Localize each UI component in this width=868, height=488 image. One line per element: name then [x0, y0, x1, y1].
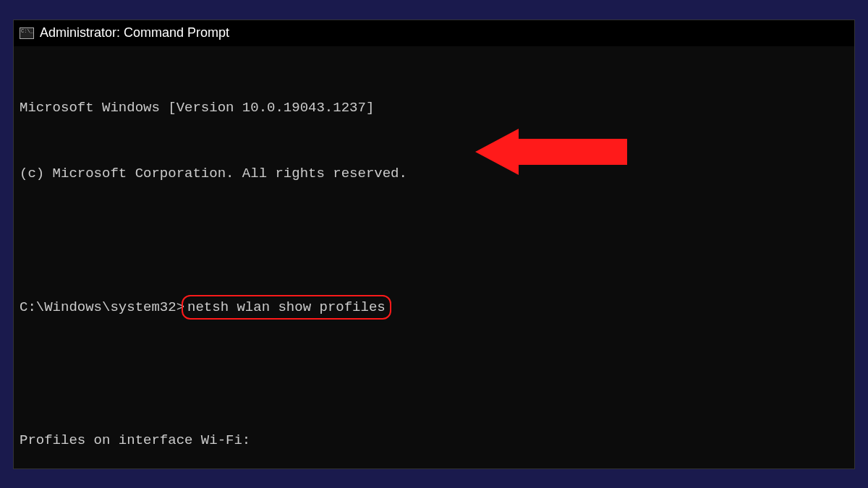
- window-title: Administrator: Command Prompt: [40, 25, 229, 40]
- command-prompt-window: Administrator: Command Prompt Microsoft …: [13, 20, 855, 469]
- cmd-icon: [20, 27, 34, 39]
- command-line-1: C:\Windows\system32>netsh wlan show prof…: [20, 295, 848, 320]
- command-text: netsh wlan show profiles: [187, 299, 386, 315]
- profiles-header: Profiles on interface Wi-Fi:: [20, 429, 848, 451]
- terminal-output[interactable]: Microsoft Windows [Version 10.0.19043.12…: [14, 46, 854, 469]
- svg-marker-0: [475, 129, 627, 175]
- window-titlebar[interactable]: Administrator: Command Prompt: [14, 20, 854, 46]
- blank-line: [20, 364, 848, 385]
- annotation-arrow-icon: [426, 107, 578, 153]
- prompt-path: C:\Windows\system32>: [20, 299, 184, 315]
- command-highlight: netsh wlan show profiles: [182, 295, 391, 320]
- blank-line: [20, 229, 848, 251]
